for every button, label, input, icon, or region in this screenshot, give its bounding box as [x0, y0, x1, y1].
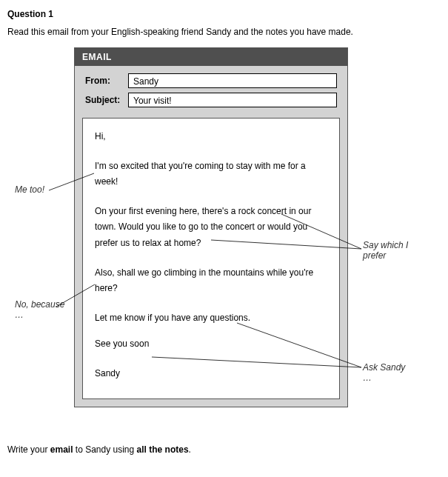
- body-p4: Let me know if you have any questions.: [95, 310, 327, 327]
- email-body: Hi, I'm so excited that you're coming to…: [82, 118, 340, 399]
- body-p3: Also, shall we go climbing in the mounta…: [95, 265, 327, 297]
- note-say-which: Say which I prefer: [363, 240, 422, 261]
- email-window: EMAIL From: Sandy Subject: Your visit! H…: [74, 47, 348, 407]
- email-header: From: Sandy Subject: Your visit!: [75, 66, 347, 118]
- question-label: Question 1: [7, 9, 441, 19]
- final-instruction: Write your email to Sandy using all the …: [7, 444, 441, 455]
- note-ask-sandy: Ask Sandy …: [363, 362, 415, 384]
- body-p5: See you soon: [95, 336, 327, 353]
- question-intro: Read this email from your English-speaki…: [7, 27, 441, 37]
- note-me-too: Me too!: [15, 184, 59, 195]
- body-greeting: Hi,: [95, 129, 327, 145]
- final-pre: Write your: [7, 444, 50, 455]
- final-b2: all the notes: [137, 444, 189, 455]
- final-post: .: [189, 444, 191, 455]
- body-p1: I'm so excited that you're coming to sta…: [95, 159, 327, 190]
- final-b1: email: [50, 444, 73, 455]
- note-no-because: No, because …: [15, 299, 67, 321]
- email-titlebar: EMAIL: [75, 48, 347, 66]
- body-p2: On your first evening here, there's a ro…: [95, 204, 327, 252]
- final-mid: to Sandy using: [73, 444, 136, 455]
- subject-row: Subject: Your visit!: [85, 93, 337, 107]
- from-label: From:: [85, 76, 128, 86]
- from-row: From: Sandy: [85, 73, 337, 88]
- exam-figure: EMAIL From: Sandy Subject: Your visit! H…: [7, 47, 441, 440]
- from-field: Sandy: [128, 73, 337, 88]
- body-signoff: Sandy: [95, 366, 327, 382]
- subject-field: Your visit!: [128, 93, 337, 107]
- subject-label: Subject:: [85, 95, 128, 105]
